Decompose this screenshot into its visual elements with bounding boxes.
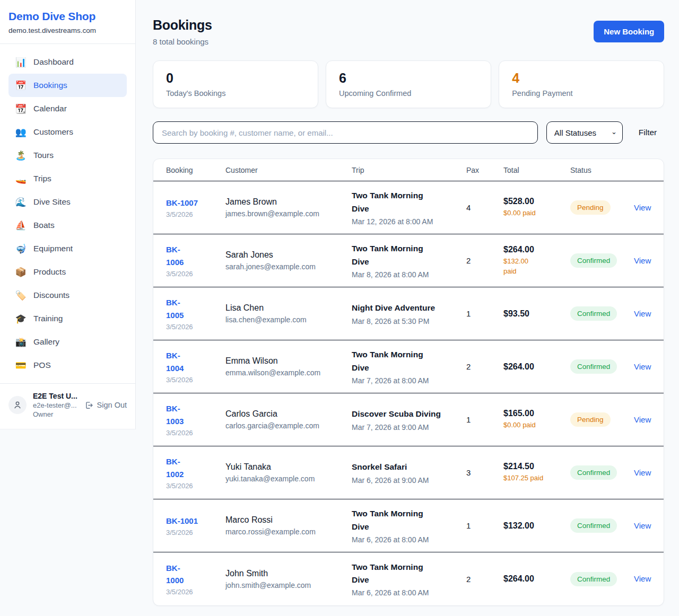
sign-out-icon [84,401,93,410]
booking-cell: BK-1001 3/5/2026 [166,515,225,536]
status-select[interactable]: All Statuses [546,121,623,144]
total-cell: $165.00 $0.00 paid [503,409,570,430]
sidebar-item-bookings[interactable]: 📅 Bookings [8,74,127,97]
customer-name: Marco Rossi [225,515,352,525]
booking-date: 3/5/2026 [166,482,225,490]
sidebar-item-label: Gallery [33,337,59,347]
status-badge: Confirmed [570,359,617,374]
customer-name: Lisa Chen [225,303,352,313]
user-email: e2e-tester@... [33,401,78,409]
trip-cell: Two Tank Morning Dive Mar 12, 2026 at 8:… [352,189,466,225]
view-link[interactable]: View [634,468,651,477]
booking-id-link[interactable]: BK-1007 [166,197,198,209]
sidebar-item-pos[interactable]: 💳 POS [8,354,127,377]
view-link[interactable]: View [634,256,651,265]
booking-id-link[interactable]: BK-1003 [166,402,189,427]
sidebar-item-equipment[interactable]: 🤿 Equipment [8,237,127,260]
booking-id-link[interactable]: BK-1001 [166,515,198,527]
shop-header: Demo Dive Shop demo.test.divestreams.com [0,0,135,44]
actions-cell: View [634,521,651,531]
view-link[interactable]: View [634,521,651,530]
sidebar-item-customers[interactable]: 👥 Customers [8,120,127,144]
booking-id-link[interactable]: BK-1006 [166,243,189,268]
booking-date: 3/5/2026 [166,376,225,384]
stat-card-todays-bookings: 0 Today's Bookings [153,60,318,108]
table-body: BK-1007 3/5/2026 James Brown james.brown… [153,181,664,605]
status-badge: Pending [570,200,611,215]
filter-button[interactable]: Filter [631,124,664,142]
booking-id-link[interactable]: BK-1004 [166,349,189,374]
column-header-status: Status [570,166,634,174]
view-link[interactable]: View [634,309,651,318]
sidebar-item-dive-sites[interactable]: 🌊 Dive Sites [8,190,127,214]
table-row: BK-1006 3/5/2026 Sarah Jones sarah.jones… [153,234,664,287]
pax-count: 4 [466,203,503,212]
trip-name: Night Dive Adventure [352,302,442,314]
total-amount: $528.00 [503,197,570,206]
customer-cell: Yuki Tanaka yuki.tanaka@example.com [225,462,352,483]
sidebar-item-gallery[interactable]: 📸 Gallery [8,330,127,354]
total-amount: $165.00 [503,409,570,418]
search-input[interactable] [153,121,538,144]
main-content: Bookings 8 total bookings New Booking 0 … [136,0,679,616]
stat-value: 0 [166,71,305,86]
paid-amount: $132.00 paid [503,257,534,277]
customer-cell: James Brown james.brown@example.com [225,197,352,218]
speedboat-icon: 🚤 [15,173,27,184]
trip-name: Two Tank Morning Dive [352,561,442,586]
sidebar-item-training[interactable]: 🎓 Training [8,307,127,330]
pax-count: 2 [466,362,503,371]
sidebar-item-discounts[interactable]: 🏷️ Discounts [8,284,127,307]
column-header-trip: Trip [352,166,466,174]
user-name: E2E Test U... [33,392,78,400]
pax-count: 1 [466,521,503,530]
page-subtitle: 8 total bookings [153,37,212,46]
customer-email: yuki.tanaka@example.com [225,474,352,483]
sidebar-item-products[interactable]: 📦 Products [8,260,127,284]
stat-cards: 0 Today's Bookings 6 Upcoming Confirmed … [153,60,664,108]
stat-value: 4 [512,71,651,86]
total-cell: $264.00 [503,362,570,372]
view-link[interactable]: View [634,415,651,424]
pax-count: 1 [466,309,503,318]
booking-cell: BK-1007 3/5/2026 [166,197,225,218]
stat-label: Upcoming Confirmed [339,89,478,98]
trip-name: Two Tank Morning Dive [352,507,442,533]
booking-id-link[interactable]: BK-1000 [166,562,189,587]
sidebar-nav: 📊 Dashboard 📅 Bookings 📆 Calendar 👥 Cust… [0,44,135,383]
trip-cell: Two Tank Morning Dive Mar 6, 2026 at 8:0… [352,561,466,597]
sidebar-item-label: Dive Sites [33,197,71,207]
booking-id-link[interactable]: BK-1002 [166,455,189,480]
page-header: Bookings 8 total bookings New Booking [153,17,664,46]
booking-date: 3/5/2026 [166,429,225,437]
customer-name: Emma Wilson [225,356,352,366]
booking-id-link[interactable]: BK-1005 [166,296,189,321]
sidebar-item-trips[interactable]: 🚤 Trips [8,167,127,190]
trip-cell: Snorkel Safari Mar 6, 2026 at 9:00 AM [352,461,466,484]
sidebar-item-label: Training [33,314,63,323]
trip-name: Two Tank Morning Dive [352,348,442,374]
view-link[interactable]: View [634,362,651,371]
sidebar-item-label: Discounts [33,291,69,300]
sign-out-button[interactable]: Sign Out [84,401,127,410]
total-cell: $132.00 [503,521,570,531]
customer-email: james.brown@example.com [225,209,352,218]
sidebar-item-tours[interactable]: 🏝️ Tours [8,144,127,167]
sidebar-item-boats[interactable]: ⛵ Boats [8,214,127,237]
island-icon: 🏝️ [15,150,27,161]
booking-cell: BK-1005 3/5/2026 [166,296,225,331]
actions-cell: View [634,256,651,266]
sidebar-item-label: POS [33,360,51,370]
actions-cell: View [634,309,651,319]
view-link[interactable]: View [634,574,651,583]
new-booking-button[interactable]: New Booking [594,21,664,42]
trip-cell: Night Dive Adventure Mar 8, 2026 at 5:30… [352,302,466,325]
status-cell: Confirmed [570,518,634,533]
table-row: BK-1005 3/5/2026 Lisa Chen lisa.chen@exa… [153,287,664,340]
sidebar-item-dashboard[interactable]: 📊 Dashboard [8,50,127,74]
sidebar-item-calendar[interactable]: 📆 Calendar [8,97,127,120]
customer-name: James Brown [225,197,352,207]
sidebar-item-label: Calendar [33,104,67,113]
status-cell: Confirmed [570,253,634,268]
view-link[interactable]: View [634,203,651,212]
